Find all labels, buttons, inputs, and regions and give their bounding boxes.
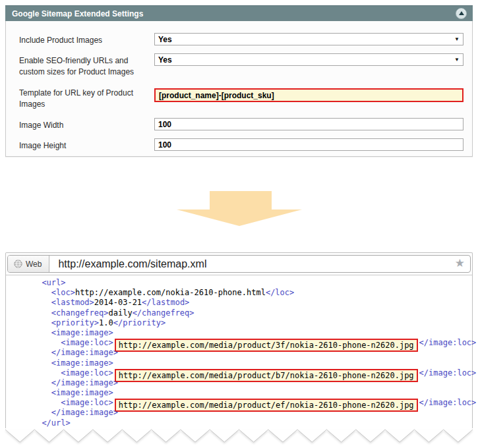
xml-text: daily <box>109 308 133 318</box>
bookmark-star-icon[interactable]: ★ <box>450 256 470 271</box>
xml-tag: </image:loc> <box>419 398 477 407</box>
xml-line: <image:image> <box>6 328 472 338</box>
xml-line: <loc>http://example.com/nokia-2610-phone… <box>6 288 472 298</box>
field-label: Image Width <box>14 118 154 131</box>
collapse-button[interactable] <box>456 8 467 19</box>
address-bar[interactable]: Web http://example.com/sitemap.xml ★ <box>7 255 471 273</box>
select-value: Yes <box>158 55 172 65</box>
browser-chrome: Web http://example.com/sitemap.xml ★ <box>5 252 473 275</box>
form-row-include-product-images: Include Product Images Yes ▼ <box>14 33 463 46</box>
xml-tag: </priority> <box>113 318 165 327</box>
xml-tag: </image:image> <box>51 378 118 387</box>
globe-icon <box>14 260 22 268</box>
xml-line: <image:loc>http://example.com/media/prod… <box>6 398 472 408</box>
highlighted-image-url: http://example.com/media/product/b7/noki… <box>115 369 418 382</box>
image-width-input[interactable] <box>154 118 463 130</box>
form-row-url-key-template: Template for URL key of Product Images <box>14 86 463 110</box>
url-input[interactable]: http://example.com/sitemap.xml <box>49 258 449 270</box>
xml-line: <image:image> <box>6 388 472 398</box>
torn-edge-zigzag <box>5 430 473 442</box>
xml-line: <image:loc>http://example.com/media/prod… <box>6 338 472 348</box>
web-segment-label: Web <box>26 260 42 269</box>
xml-tag: <lastmod> <box>51 298 94 307</box>
form-row-image-height: Image Height <box>14 138 463 152</box>
collapse-up-icon <box>459 11 464 15</box>
highlighted-image-url: http://example.com/media/product/3f/noki… <box>115 339 418 352</box>
chevron-down-icon: ▼ <box>454 57 460 63</box>
include-product-images-select[interactable]: Yes ▼ <box>154 33 463 45</box>
xml-text: 2014-03-21 <box>94 298 142 307</box>
xml-tag: <loc> <box>51 288 75 297</box>
xml-tag: </image:image> <box>51 408 118 417</box>
url-key-template-input[interactable] <box>154 88 463 102</box>
xml-tag: <image:loc> <box>61 368 113 378</box>
panel-header: Google Sitemap Extended Settings <box>5 5 473 21</box>
xml-text: 1.0 <box>99 318 113 327</box>
xml-tag: </lastmod> <box>142 298 189 307</box>
panel-body: Include Product Images Yes ▼ Enable SEO-… <box>5 21 473 157</box>
panel-title: Google Sitemap Extended Settings <box>5 9 143 18</box>
xml-line: <url> <box>6 278 472 288</box>
highlighted-image-url: http://example.com/media/product/ef/noki… <box>115 399 418 412</box>
xml-tag: <priority> <box>51 318 99 327</box>
field-label: Include Product Images <box>14 33 154 46</box>
xml-tag: <image:loc> <box>61 398 113 407</box>
xml-line: <lastmod>2014-03-21</lastmod> <box>6 298 472 308</box>
xml-tag: <image:image> <box>51 358 113 368</box>
google-sitemap-settings-panel: Google Sitemap Extended Settings Include… <box>5 5 473 157</box>
xml-tag: </image:loc> <box>419 368 477 378</box>
select-value: Yes <box>158 35 172 44</box>
xml-tag: <image:loc> <box>61 338 113 347</box>
xml-tag: <changefreq> <box>51 308 109 318</box>
xml-tag: </loc> <box>266 288 294 297</box>
xml-tag: </changefreq> <box>133 308 194 318</box>
xml-line: <changefreq>daily</changefreq> <box>6 308 472 318</box>
web-segment-button[interactable]: Web <box>8 256 49 272</box>
down-arrow-icon <box>177 191 302 226</box>
xml-view: <url><loc>http://example.com/nokia-2610-… <box>5 275 473 428</box>
xml-line: <image:loc>http://example.com/media/prod… <box>6 368 472 378</box>
xml-tag: <url> <box>42 278 65 287</box>
xml-line: </url> <box>6 418 472 428</box>
xml-text: http://example.com/nokia-2610-phone.html <box>75 288 266 297</box>
chevron-down-icon: ▼ <box>454 37 460 42</box>
form-row-seo-friendly-urls: Enable SEO-friendly URLs and custom size… <box>14 53 463 78</box>
field-label: Template for URL key of Product Images <box>14 86 154 110</box>
xml-line: <image:image> <box>6 358 472 368</box>
seo-friendly-urls-select[interactable]: Yes ▼ <box>154 53 463 66</box>
xml-tag: </url> <box>42 418 70 428</box>
xml-tag: <image:image> <box>51 388 113 397</box>
torn-edge <box>5 428 473 444</box>
field-label: Enable SEO-friendly URLs and custom size… <box>14 53 154 78</box>
browser-window: Web http://example.com/sitemap.xml ★ <ur… <box>5 252 473 444</box>
form-row-image-width: Image Width <box>14 118 463 131</box>
xml-line: <priority>1.0</priority> <box>6 318 472 328</box>
field-label: Image Height <box>14 138 154 152</box>
xml-tag: </image:image> <box>51 348 118 357</box>
xml-tag: </image:loc> <box>419 338 477 347</box>
xml-tag: <image:image> <box>51 328 113 337</box>
image-height-input[interactable] <box>154 138 463 151</box>
